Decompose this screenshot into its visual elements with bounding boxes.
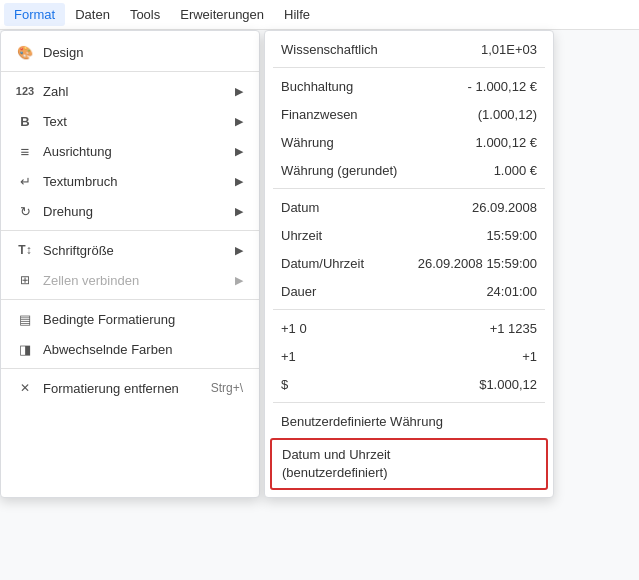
format-preview-datum-uhrzeit: 26.09.2008 15:59:00 [418, 256, 537, 271]
format-item-dollar[interactable]: $ $1.000,12 [265, 370, 553, 398]
menu-label-zahl: Zahl [43, 84, 235, 99]
format-name-dauer: Dauer [281, 284, 437, 299]
format-item-datum-uhrzeit-benutzerdefiniert[interactable]: Datum und Uhrzeit(benutzerdefiniert) [270, 438, 548, 490]
divider-1 [1, 71, 259, 72]
menu-item-formatierung-entfernen[interactable]: ✕ Formatierung entfernen Strg+\ [1, 373, 259, 403]
format-item-benutzerdefinierte-waehrung[interactable]: Benutzerdefinierte Währung [265, 407, 553, 435]
format-item-datum-uhrzeit[interactable]: Datum/Uhrzeit 26.09.2008 15:59:00 [265, 249, 553, 277]
format-item-waehrung[interactable]: Währung 1.000,12 € [265, 128, 553, 156]
format-name-buchhaltung: Buchhaltung [281, 79, 437, 94]
format-divider-2 [273, 188, 545, 189]
format-name-benutzerdefinierte-waehrung: Benutzerdefinierte Währung [281, 414, 537, 429]
menu-item-zellen-verbinden: ⊞ Zellen verbinden ▶ [1, 265, 259, 295]
format-divider-top [273, 67, 545, 68]
format-preview-datum: 26.09.2008 [437, 200, 537, 215]
divider-3 [1, 299, 259, 300]
text-arrow-icon: ▶ [235, 115, 243, 128]
textumbruch-arrow-icon: ▶ [235, 175, 243, 188]
zahl-arrow-icon: ▶ [235, 85, 243, 98]
menubar-item-daten[interactable]: Daten [65, 3, 120, 26]
divider-4 [1, 368, 259, 369]
abwechselnde-farben-icon: ◨ [13, 342, 37, 357]
format-item-uhrzeit[interactable]: Uhrzeit 15:59:00 [265, 221, 553, 249]
menu-label-zellen-verbinden: Zellen verbinden [43, 273, 235, 288]
format-preview-waehrung-gerundet: 1.000 € [437, 163, 537, 178]
menubar-item-erweiterungen[interactable]: Erweiterungen [170, 3, 274, 26]
format-preview-plus1: +1 [437, 349, 537, 364]
dropdown-container: 🎨 Design 123 Zahl ▶ B Text ▶ ≡ Ausrichtu… [0, 30, 554, 498]
format-preview-buchhaltung: - 1.000,12 € [437, 79, 537, 94]
format-preview-wissenschaftlich: 1,01E+03 [437, 42, 537, 57]
left-menu: 🎨 Design 123 Zahl ▶ B Text ▶ ≡ Ausrichtu… [0, 30, 260, 498]
menubar: Format Daten Tools Erweiterungen Hilfe [0, 0, 639, 30]
design-icon: 🎨 [13, 45, 37, 60]
menu-item-drehung[interactable]: ↻ Drehung ▶ [1, 196, 259, 226]
formatierung-entfernen-shortcut: Strg+\ [211, 381, 243, 395]
menu-item-bedingte-formatierung[interactable]: ▤ Bedingte Formatierung [1, 304, 259, 334]
menu-label-text: Text [43, 114, 235, 129]
format-item-wissenschaftlich[interactable]: Wissenschaftlich 1,01E+03 [265, 35, 553, 63]
formatierung-entfernen-icon: ✕ [13, 381, 37, 395]
menu-label-bedingte-formatierung: Bedingte Formatierung [43, 312, 243, 327]
format-preview-plus1-0: +1 1235 [437, 321, 537, 336]
menubar-item-tools[interactable]: Tools [120, 3, 170, 26]
format-item-datum[interactable]: Datum 26.09.2008 [265, 193, 553, 221]
menu-item-textumbruch[interactable]: ↵ Textumbruch ▶ [1, 166, 259, 196]
format-item-plus1-0[interactable]: +1 0 +1 1235 [265, 314, 553, 342]
schriftgroesse-icon: T↕ [13, 243, 37, 257]
format-name-wissenschaftlich: Wissenschaftlich [281, 42, 437, 57]
format-name-datum-uhrzeit: Datum/Uhrzeit [281, 256, 418, 271]
text-icon: B [13, 114, 37, 129]
menu-label-abwechselnde-farben: Abwechselnde Farben [43, 342, 243, 357]
format-item-buchhaltung[interactable]: Buchhaltung - 1.000,12 € [265, 72, 553, 100]
format-name-waehrung-gerundet: Währung (gerundet) [281, 163, 437, 178]
format-preview-waehrung: 1.000,12 € [437, 135, 537, 150]
menu-item-text[interactable]: B Text ▶ [1, 106, 259, 136]
zellen-verbinden-icon: ⊞ [13, 273, 37, 287]
menu-label-drehung: Drehung [43, 204, 235, 219]
menu-label-formatierung-entfernen: Formatierung entfernen [43, 381, 211, 396]
format-name-plus1: +1 [281, 349, 437, 364]
format-name-plus1-0: +1 0 [281, 321, 437, 336]
bedingte-formatierung-icon: ▤ [13, 312, 37, 327]
menu-item-ausrichtung[interactable]: ≡ Ausrichtung ▶ [1, 136, 259, 166]
drehung-arrow-icon: ▶ [235, 205, 243, 218]
menu-label-schriftgroesse: Schriftgröße [43, 243, 235, 258]
format-divider-4 [273, 402, 545, 403]
zahl-icon: 123 [13, 85, 37, 97]
format-item-dauer[interactable]: Dauer 24:01:00 [265, 277, 553, 305]
format-name-dollar: $ [281, 377, 437, 392]
ausrichtung-icon: ≡ [13, 143, 37, 160]
format-preview-dollar: $1.000,12 [437, 377, 537, 392]
divider-2 [1, 230, 259, 231]
format-name-uhrzeit: Uhrzeit [281, 228, 437, 243]
menu-item-schriftgroesse[interactable]: T↕ Schriftgröße ▶ [1, 235, 259, 265]
format-name-finanzwesen: Finanzwesen [281, 107, 437, 122]
format-item-finanzwesen[interactable]: Finanzwesen (1.000,12) [265, 100, 553, 128]
format-preview-finanzwesen: (1.000,12) [437, 107, 537, 122]
menu-item-zahl[interactable]: 123 Zahl ▶ [1, 76, 259, 106]
format-preview-uhrzeit: 15:59:00 [437, 228, 537, 243]
menu-item-design[interactable]: 🎨 Design [1, 37, 259, 67]
menu-label-textumbruch: Textumbruch [43, 174, 235, 189]
format-preview-dauer: 24:01:00 [437, 284, 537, 299]
ausrichtung-arrow-icon: ▶ [235, 145, 243, 158]
format-name-datum: Datum [281, 200, 437, 215]
format-name-waehrung: Währung [281, 135, 437, 150]
textumbruch-icon: ↵ [13, 174, 37, 189]
schriftgroesse-arrow-icon: ▶ [235, 244, 243, 257]
menubar-item-hilfe[interactable]: Hilfe [274, 3, 320, 26]
menu-label-ausrichtung: Ausrichtung [43, 144, 235, 159]
zellen-verbinden-arrow-icon: ▶ [235, 274, 243, 287]
menu-item-abwechselnde-farben[interactable]: ◨ Abwechselnde Farben [1, 334, 259, 364]
right-panel[interactable]: Wissenschaftlich 1,01E+03 Buchhaltung - … [264, 30, 554, 498]
format-item-plus1[interactable]: +1 +1 [265, 342, 553, 370]
format-name-datum-uhrzeit-benutzerdefiniert: Datum und Uhrzeit(benutzerdefiniert) [282, 446, 536, 482]
format-item-waehrung-gerundet[interactable]: Währung (gerundet) 1.000 € [265, 156, 553, 184]
menubar-item-format[interactable]: Format [4, 3, 65, 26]
menu-label-design: Design [43, 45, 243, 60]
drehung-icon: ↻ [13, 204, 37, 219]
format-divider-3 [273, 309, 545, 310]
